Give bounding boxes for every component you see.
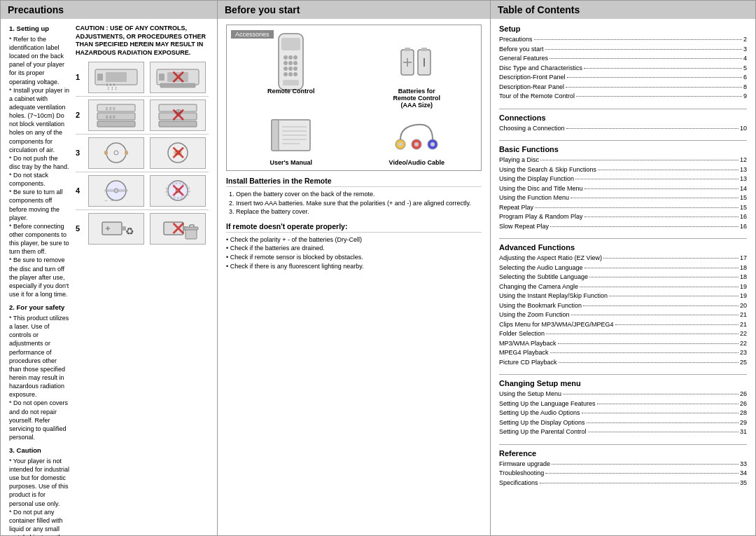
install-step-3: Replace the battery cover. [236,207,482,217]
svg-rect-18 [159,121,197,127]
diagram-2-bad: ⊕ [150,99,206,131]
toc-entry-general: General Features4 [499,54,747,64]
svg-text:≡ ≡ ≡: ≡ ≡ ≡ [106,106,115,111]
svg-point-55 [293,67,298,71]
remote-icon [263,43,319,85]
toc-divider-4 [499,374,747,375]
diagram-5-battery: ♻ [88,213,144,245]
accessory-manual: User's Manual [231,114,351,166]
toc-entry-picturecd: Picture CD Playback25 [499,358,747,368]
toc-entry-audio-lang: Selecting the Audio Language18 [499,263,747,273]
toc-entry-playing: Playing a Disc12 [499,156,747,165]
remote-tip-1: Check the polarity + - of the batteries … [226,235,482,245]
diagram-5: 5 ♻ [76,213,209,247]
svg-point-20 [106,143,126,163]
diagram-3-bad [150,137,206,169]
svg-point-58 [293,72,298,76]
svg-point-50 [284,61,288,65]
accessory-remote: Remote Control [231,43,351,109]
toc-entry-rear: Description-Rear Panel8 [499,83,747,92]
toc-entry-disc-type: Disc Type and Characteristics5 [499,64,747,74]
toc-entry-display: Using the Display Function13 [499,174,747,184]
svg-rect-1 [106,72,127,82]
svg-rect-17 [159,113,197,120]
diagram-2-left: ≡ ≡ ≡ ≡ ≡ ≡ [88,99,144,131]
svg-rect-33 [102,222,122,235]
svg-rect-59 [283,80,299,85]
toc-connections: Connections Choosing a Connection10 [499,114,747,134]
svg-rect-13 [97,113,135,120]
svg-point-25 [176,151,180,155]
diagram-4: 4 ← → [76,175,209,210]
svg-rect-16 [159,104,197,111]
svg-point-26 [174,150,182,156]
prec-title-1: 1. Setting up [9,25,70,34]
remote-troubleshoot-section: If remote doesn't operate properly: Chec… [226,222,482,270]
svg-rect-61 [405,48,410,51]
toc-entry-clips: Clips Menu for MP3/WMA/JPEG/MPEG421 [499,320,747,330]
toc-entry-precautions: Precautions2 [499,35,747,45]
diagram-4-ok: ← → [88,175,144,207]
toc-setup-menu: Changing Setup menu Using the Setup Menu… [499,379,747,437]
svg-text:↕ ↕ ↕: ↕ ↕ ↕ [107,85,117,90]
svg-rect-9 [159,74,164,81]
prec-title-3: 3. Caution [9,446,70,455]
precautions-text-col: 1. Setting up * Refer to the identificat… [9,25,70,536]
cable-icon [388,114,444,156]
install-title: Install Batteries in the Remote [226,177,482,187]
toc-divider-5 [499,444,747,445]
install-steps: Open the battery cover on the back of th… [226,190,482,217]
accessories-grid: Remote Control [231,43,477,166]
remote-tips: Check the polarity + - of the batteries … [226,235,482,270]
toc-entry-mp3: MP3/WMA Playback22 [499,339,747,349]
svg-rect-22 [104,151,108,155]
toc-divider-1 [499,109,747,109]
toc-entry-disc-title: Using the Disc and Title Menu14 [499,184,747,194]
toc-entry-function: Using the Function Menu15 [499,193,747,203]
svg-point-49 [293,55,298,60]
svg-point-47 [284,55,288,60]
accessories-label: Accessories [231,30,274,39]
prec-section-2: 2. For your safety * This product utiliz… [9,303,70,441]
svg-rect-15 [97,121,135,127]
svg-point-77 [414,142,419,146]
toc-connections-heading: Connections [499,114,747,122]
prec-body-1: * Refer to the identification label loca… [9,35,70,298]
svg-point-24 [168,143,188,163]
toc-advanced-heading: Advanced Functions [499,243,747,252]
install-batteries-section: Install Batteries in the Remote Open the… [226,177,482,217]
precautions-panel: Precautions 1. Setting up * Refer to the… [0,0,217,536]
toc-entry-mpeg4: MPEG4 Playback23 [499,348,747,358]
svg-rect-41 [184,227,198,230]
prec-title-2: 2. For your safety [9,303,70,312]
svg-point-51 [288,61,293,65]
diagram-3-ok [88,137,144,169]
toc-title: Table of Contents [498,4,580,15]
svg-point-31 [168,181,188,200]
install-step-2: Insert two AAA batteries. Make sure that… [236,199,482,208]
batteries-label: Batteries forRemote Control(AAA Size) [393,88,441,109]
remote-label: Remote Control [267,88,315,95]
toc-reference: Reference Firmware upgrade33 Troubleshoo… [499,449,747,488]
svg-text:⊕: ⊕ [174,106,183,118]
toc-entry-search-skip: Using the Search & Skip Functions13 [499,165,747,175]
prec-section-1: 1. Setting up * Refer to the identificat… [9,25,70,298]
svg-text:← →: ← → [104,198,114,202]
toc-entry-firmware: Firmware upgrade33 [499,460,747,469]
svg-point-48 [288,55,293,60]
toc-entry-specs: Specifications35 [499,479,747,488]
before-title: Before you start [225,4,300,15]
toc-setup-heading: Setup [499,25,747,33]
svg-rect-2 [97,74,103,81]
toc-entry-slow-repeat: Slow Repeat Play16 [499,222,747,232]
toc-entry-instant-replay: Using the Instant Replay/Skip Function19 [499,291,747,301]
svg-rect-11 [97,104,135,111]
precautions-diagram-col: CAUTION : USE OF ANY CONTROLS, ADJUSTMEN… [76,25,209,536]
precautions-title: Precautions [8,4,64,15]
svg-point-52 [293,61,298,65]
cable-label: Video/Audio Cable [389,159,444,166]
diagram-2: 2 ≡ ≡ ≡ ≡ ≡ ≡ [76,99,209,135]
toc-entry-aspect: Adjusting the Aspect Ratio (EZ View)17 [499,254,747,263]
accessory-cable: Video/Audio Cable [357,114,477,166]
toc-header: Table of Contents [491,1,755,19]
